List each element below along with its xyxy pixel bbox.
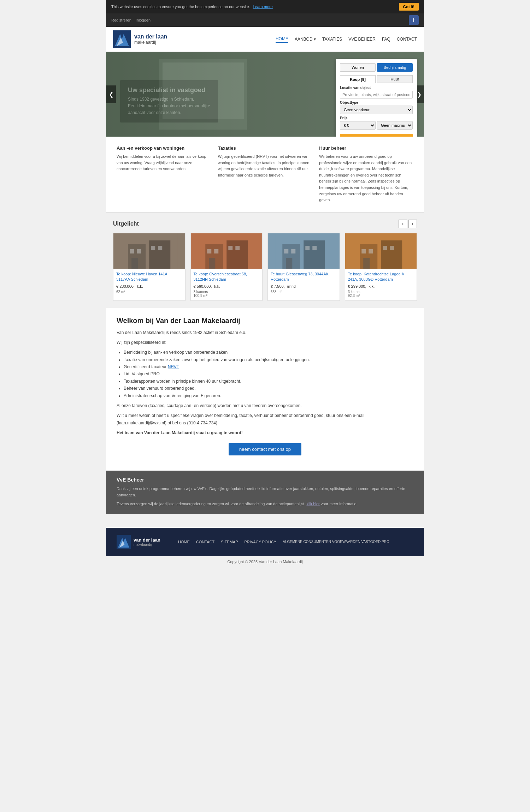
prijs-max-select[interactable]: Geen maximum — [377, 121, 413, 130]
footer-nav: HOME CONTACT SITEMAP PRIVACY POLICY ALGE… — [178, 540, 389, 544]
prijs-label: Prijs — [340, 116, 413, 120]
service-taxaties: Taxaties Wij zijn gecertificeerd (NRVT) … — [218, 145, 312, 203]
property-meta: 3 kamers 92,3 m² — [348, 290, 414, 298]
spec-item: Lid: Vastgoed PRO — [124, 370, 413, 377]
nrvt-link[interactable]: NRVT — [168, 364, 179, 369]
property-meta: 658 m² — [271, 290, 337, 294]
svg-rect-7 — [137, 249, 141, 253]
featured-prev-button[interactable]: ‹ — [399, 220, 407, 228]
svg-rect-13 — [226, 240, 248, 269]
vve-link[interactable]: klik hier — [307, 502, 320, 506]
nav-vve[interactable]: VVE BEHEER — [348, 36, 376, 42]
welcome-tarieven: Al onze tarieven (taxaties, courtage aan… — [117, 402, 413, 409]
locatie-input[interactable] — [340, 91, 413, 98]
property-link[interactable]: Te koop: Overschiesestraat 58, 3112HH Sc… — [194, 271, 260, 282]
welcome-spec-list: Bemiddeling bij aan- en verkoop van onro… — [124, 349, 413, 399]
objecttype-field: Objecttype Geen voorkeur — [340, 101, 413, 114]
property-link[interactable]: Te koop: Nieuwe Haven 141A, 3117AA Schie… — [116, 271, 182, 282]
spec-item: Gecertificeerd taxateur NRVT — [124, 363, 413, 370]
service-aankoop-title: Aan -en verkoop van woningen — [117, 145, 211, 151]
cookie-accept-button[interactable]: Got it! — [399, 3, 419, 11]
cookie-bar: This website uses cookies to ensure you … — [106, 0, 424, 13]
svg-rect-8 — [151, 246, 155, 250]
hero-prev-button[interactable]: ❮ — [106, 85, 116, 103]
nav-contact[interactable]: CONTACT — [397, 36, 417, 42]
service-taxaties-title: Taxaties — [218, 145, 312, 151]
locatie-label: Locatie van object — [340, 86, 413, 90]
property-image — [191, 233, 263, 269]
locatie-field: Locatie van object — [340, 86, 413, 98]
nav-home[interactable]: HOME — [276, 36, 288, 43]
welcome-spec-label: Wij zijn gespecialiseerd in: — [117, 339, 413, 346]
svg-rect-25 — [312, 246, 317, 250]
property-card: Te koop: Nieuwe Haven 141A, 3117AA Schie… — [113, 233, 186, 301]
contact-btn-wrap: neem contact met ons op — [117, 443, 413, 455]
footer-nav-sitemap[interactable]: SITEMAP — [221, 540, 238, 544]
property-card: Te huur: Giessenweg 73, 3044AK Rotterdam… — [267, 233, 340, 301]
huur-button[interactable]: Huur — [377, 75, 413, 83]
spec-item: Administrateurschap van Vereniging van E… — [124, 392, 413, 399]
svg-rect-21 — [304, 240, 325, 269]
featured-next-button[interactable]: › — [408, 220, 417, 228]
vve-section: VvE Beheer Dank zij een uniek programma … — [106, 471, 424, 514]
footer-nav-contact[interactable]: CONTACT — [196, 540, 214, 544]
property-info: Te koop: Katendrechtse Lagedijk 241A, 30… — [345, 269, 417, 300]
svg-rect-10 — [131, 258, 138, 269]
services-section: Aan -en verkoop van woningen Wij bemidde… — [106, 137, 424, 213]
property-info: Te huur: Giessenweg 73, 3044AK Rotterdam… — [268, 269, 340, 297]
property-price: € 230.000,- k.k. — [116, 284, 182, 288]
welcome-title: Welkom bij Van der Laan Makelaardij — [117, 317, 413, 325]
svg-rect-17 — [235, 246, 240, 250]
svg-rect-26 — [286, 258, 292, 269]
welcome-contact-text: Wilt u meer weten of heeft u specifieke … — [117, 412, 413, 426]
spec-item: Bemiddeling bij aan- en verkoop van onro… — [124, 349, 413, 356]
contact-button[interactable]: neem contact met ons op — [229, 443, 301, 455]
nav-faq[interactable]: FAQ — [382, 36, 390, 42]
property-card: Te koop: Katendrechtse Lagedijk 241A, 30… — [345, 233, 417, 301]
svg-rect-24 — [305, 246, 310, 250]
cookie-learn-more[interactable]: Learn more — [253, 5, 273, 9]
header: van der laan makelaardij HOME AANBOD ▾ T… — [106, 27, 424, 52]
login-link[interactable]: Inloggen — [136, 18, 151, 22]
tab-wonen[interactable]: Wonen — [340, 63, 376, 72]
nav-taxaties[interactable]: TAXATIES — [322, 36, 342, 42]
price-row: € 0 Geen maximum — [340, 121, 413, 130]
prijs-min-select[interactable]: € 0 — [340, 121, 376, 130]
footer-logo-text: van der laan makelaardij — [134, 537, 160, 547]
property-link[interactable]: Te koop: Katendrechtse Lagedijk 241A, 30… — [348, 271, 414, 282]
featured-section: Uitgelicht ‹ › Te koop: Nieuwe Haven 141… — [106, 213, 424, 308]
property-link[interactable]: Te huur: Giessenweg 73, 3044AK Rotterdam — [271, 271, 337, 282]
vve-text1: Dank zij een uniek programma beheren wij… — [117, 485, 413, 498]
footer-nav-voorwaarden[interactable]: ALGEMENE CONSUMENTEN VOORWAARDEN VASTGOE… — [283, 540, 389, 544]
cookie-text: This website uses cookies to ensure you … — [111, 5, 250, 9]
footer-copyright: Copyright © 2025 Van der Laan Makelaardi… — [106, 556, 424, 567]
facebook-icon[interactable]: f — [409, 15, 419, 25]
footer-logo-icon — [117, 535, 131, 549]
koop-button[interactable]: Koop [9] — [340, 75, 376, 83]
footer-logo: van der laan makelaardij — [117, 535, 160, 549]
property-image — [345, 233, 417, 269]
svg-rect-22 — [284, 249, 288, 253]
service-huur-text: Wij beheren voor u uw onroerend goed op … — [319, 154, 413, 203]
footer-nav-privacy[interactable]: PRIVACY POLICY — [245, 540, 277, 544]
main-nav: HOME AANBOD ▾ TAXATIES VVE BEHEER FAQ CO… — [276, 36, 417, 43]
nav-aanbod[interactable]: AANBOD ▾ — [295, 36, 316, 42]
spec-item: Taxatie van onroerende zaken zowel op he… — [124, 356, 413, 363]
footer: van der laan makelaardij HOME CONTACT SI… — [106, 528, 424, 556]
spacer — [106, 514, 424, 528]
property-price: € 560.000,- k.k. — [194, 284, 260, 288]
objecttype-select[interactable]: Geen voorkeur — [340, 106, 413, 114]
register-link[interactable]: Registreren — [111, 18, 131, 22]
svg-rect-23 — [291, 249, 295, 253]
hero-section: Uw specialist in vastgoed Sinds 1982 gev… — [106, 52, 424, 137]
objecttype-label: Objecttype — [340, 101, 413, 105]
svg-rect-14 — [207, 249, 211, 253]
service-huur-title: Huur beheer — [319, 145, 413, 151]
svg-rect-33 — [390, 246, 394, 250]
footer-nav-home[interactable]: HOME — [178, 540, 190, 544]
svg-rect-31 — [369, 249, 373, 253]
tab-bedrijfsmatig[interactable]: Bedrijfsmatig — [377, 63, 413, 72]
reset-button[interactable]: Herstellen — [340, 134, 413, 137]
search-tabs: Wonen Bedrijfsmatig — [340, 63, 413, 72]
logo: van der laan makelaardij — [113, 30, 167, 48]
